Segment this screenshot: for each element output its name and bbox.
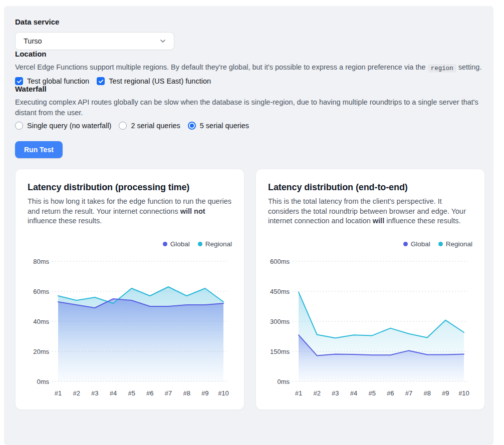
location-checkbox-row: Test global function Test regional (US E… bbox=[15, 77, 483, 85]
svg-text:#7: #7 bbox=[165, 389, 172, 397]
region-code-chip: region bbox=[428, 64, 456, 73]
svg-text:#9: #9 bbox=[201, 389, 208, 397]
svg-text:#9: #9 bbox=[442, 389, 449, 397]
legend-label: Global bbox=[170, 240, 190, 248]
legend-label: Global bbox=[411, 240, 430, 248]
radio-label: 2 serial queries bbox=[131, 122, 180, 130]
regional-legend-dot-icon bbox=[438, 242, 443, 246]
checkbox-icon bbox=[15, 77, 23, 85]
latency-chart-processing-time: 0ms20ms40ms60ms80ms#1#2#3#4#5#6#7#8#9#10 bbox=[28, 253, 232, 402]
waterfall-description: Executing complex API routes globally ca… bbox=[15, 97, 483, 118]
svg-text:#5: #5 bbox=[368, 389, 375, 397]
svg-text:0ms: 0ms bbox=[37, 377, 49, 385]
run-test-button[interactable]: Run Test bbox=[15, 141, 63, 158]
svg-text:#5: #5 bbox=[128, 389, 135, 397]
legend-item-regional: Regional bbox=[438, 240, 472, 248]
svg-text:#7: #7 bbox=[405, 389, 412, 397]
latency-chart-end-to-end: 0ms150ms300ms450ms600ms#1#2#3#4#5#6#7#8#… bbox=[268, 253, 472, 402]
radio-label: Single query (no waterfall) bbox=[27, 122, 111, 130]
svg-text:#1: #1 bbox=[55, 389, 62, 397]
card-processing-time: Latency distribution (processing time) T… bbox=[15, 169, 244, 410]
svg-text:#8: #8 bbox=[423, 389, 430, 397]
radio-icon bbox=[188, 122, 196, 130]
chart-legend: Global Regional bbox=[28, 240, 232, 249]
svg-text:#6: #6 bbox=[387, 389, 394, 397]
svg-text:#4: #4 bbox=[350, 389, 357, 397]
main-panel: Data service Turso Location Vercel Edge … bbox=[4, 6, 493, 445]
svg-text:#2: #2 bbox=[313, 389, 320, 397]
location-description: Vercel Edge Functions support multiple r… bbox=[15, 62, 483, 74]
card-description-bold: will bbox=[373, 217, 384, 225]
global-legend-dot-icon bbox=[403, 242, 408, 246]
svg-text:40ms: 40ms bbox=[33, 317, 49, 325]
svg-text:600ms: 600ms bbox=[270, 257, 290, 265]
checkbox-label: Test regional (US East) function bbox=[109, 77, 211, 85]
svg-text:#6: #6 bbox=[146, 389, 153, 397]
svg-text:#10: #10 bbox=[218, 389, 229, 397]
svg-text:#3: #3 bbox=[332, 389, 339, 397]
radio-label: 5 serial queries bbox=[200, 122, 249, 130]
radio-single-query[interactable]: Single query (no waterfall) bbox=[15, 122, 111, 130]
svg-text:450ms: 450ms bbox=[270, 287, 290, 295]
svg-text:#1: #1 bbox=[295, 389, 302, 397]
waterfall-heading: Waterfall bbox=[15, 85, 483, 93]
location-description-tail: setting. bbox=[456, 63, 482, 71]
card-description-tail: influence these results. bbox=[384, 217, 460, 225]
data-service-heading: Data service bbox=[15, 18, 483, 26]
svg-text:#3: #3 bbox=[91, 389, 98, 397]
checkbox-test-regional-function[interactable]: Test regional (US East) function bbox=[97, 77, 211, 85]
radio-icon bbox=[119, 122, 127, 130]
chart-cards: Latency distribution (processing time) T… bbox=[15, 169, 483, 410]
svg-text:#8: #8 bbox=[183, 389, 190, 397]
global-legend-dot-icon bbox=[163, 242, 167, 246]
data-service-select[interactable]: Turso bbox=[15, 32, 174, 50]
location-heading: Location bbox=[15, 50, 483, 58]
waterfall-radio-row: Single query (no waterfall) 2 serial que… bbox=[15, 122, 483, 130]
card-title-end-to-end: Latency distribution (end-to-end) bbox=[268, 181, 472, 193]
card-end-to-end: Latency distribution (end-to-end) This i… bbox=[256, 169, 485, 410]
svg-text:60ms: 60ms bbox=[33, 287, 49, 295]
svg-text:20ms: 20ms bbox=[33, 347, 49, 355]
svg-text:#4: #4 bbox=[110, 389, 117, 397]
legend-item-regional: Regional bbox=[198, 240, 232, 248]
card-description-tail: influence these results. bbox=[28, 217, 102, 225]
regional-legend-dot-icon bbox=[198, 242, 202, 246]
data-service-selected-value: Turso bbox=[24, 37, 42, 45]
legend-item-global: Global bbox=[403, 240, 430, 248]
svg-text:80ms: 80ms bbox=[33, 257, 49, 265]
legend-item-global: Global bbox=[163, 240, 190, 248]
chart-legend: Global Regional bbox=[268, 240, 472, 249]
radio-2-serial-queries[interactable]: 2 serial queries bbox=[119, 122, 180, 130]
radio-5-serial-queries[interactable]: 5 serial queries bbox=[188, 122, 249, 130]
chevron-down-icon bbox=[159, 37, 167, 45]
card-description: This is how long it takes for the edge f… bbox=[28, 197, 232, 226]
location-description-text: Vercel Edge Functions support multiple r… bbox=[15, 63, 428, 71]
svg-text:#2: #2 bbox=[73, 389, 80, 397]
checkbox-test-global-function[interactable]: Test global function bbox=[15, 77, 89, 85]
svg-text:300ms: 300ms bbox=[270, 317, 290, 325]
card-title-processing-time: Latency distribution (processing time) bbox=[28, 181, 232, 193]
card-description-bold: will not bbox=[180, 207, 205, 215]
svg-text:#10: #10 bbox=[458, 389, 469, 397]
legend-label: Regional bbox=[446, 240, 472, 248]
radio-icon bbox=[15, 122, 23, 130]
checkbox-label: Test global function bbox=[27, 77, 89, 85]
checkbox-icon bbox=[97, 77, 105, 85]
card-description: This is the total latency from the clien… bbox=[268, 197, 472, 226]
svg-text:0ms: 0ms bbox=[277, 377, 290, 385]
legend-label: Regional bbox=[205, 240, 232, 248]
svg-text:150ms: 150ms bbox=[270, 347, 290, 355]
